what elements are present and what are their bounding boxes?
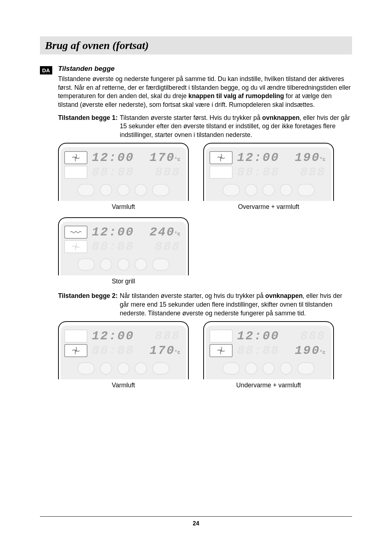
panel-controls xyxy=(206,359,331,379)
fan-icon xyxy=(64,151,87,164)
control-button xyxy=(100,184,112,196)
control-button xyxy=(100,362,112,375)
control-button xyxy=(135,362,147,375)
panel-controls xyxy=(61,359,186,379)
control-button xyxy=(135,184,147,196)
control-button xyxy=(280,184,292,196)
control-button xyxy=(222,184,240,196)
fan-icon xyxy=(209,344,233,357)
time-display: 12:00 xyxy=(92,225,134,239)
mode-slot-empty xyxy=(209,330,233,343)
temp-display: 170°c xyxy=(150,151,180,165)
control-button xyxy=(280,362,292,375)
control-button xyxy=(77,362,95,375)
control-button xyxy=(100,258,112,271)
time-display: 12:00 xyxy=(237,329,279,343)
temp-display-ghost: 888 xyxy=(300,329,326,343)
mode1-label: Tilstanden begge 1: xyxy=(58,114,118,140)
display-panel: 12:00 240°c 88:88 888 xyxy=(58,217,189,275)
panel-col: 12:00 888 88:88 190°c xyxy=(203,321,334,389)
mode-slot-empty xyxy=(209,166,233,179)
temp-display: 190°c xyxy=(295,151,326,165)
time-display-ghost: 88:88 xyxy=(237,165,279,179)
panel-controls xyxy=(61,255,186,275)
control-button xyxy=(222,362,240,375)
display-panel: 12:00 170°c 88:88 888 xyxy=(58,143,189,201)
panel-caption: Undervarme + varmluft xyxy=(236,382,301,389)
mode2-block: Tilstanden begge 2: Når tilstanden øvers… xyxy=(58,292,352,318)
panel-row-3: 12:00 888 88:88 170°c xyxy=(58,321,352,389)
control-button xyxy=(152,184,170,196)
control-button xyxy=(297,184,315,196)
fan-icon xyxy=(64,344,87,357)
page-title: Brug af ovnen (fortsat) xyxy=(45,39,347,52)
control-button xyxy=(262,362,275,375)
temp-display: 170°c xyxy=(150,344,180,358)
panel-col: 12:00 240°c 88:88 888 xyxy=(58,217,189,285)
temp-display: 240°c xyxy=(150,225,180,239)
mode2-label: Tilstanden begge 2: xyxy=(58,292,118,318)
language-tag: DA xyxy=(40,66,52,74)
panel-controls xyxy=(61,181,186,201)
time-display: 12:00 xyxy=(92,329,134,343)
mode2-text: Når tilstanden øverste starter, og hvis … xyxy=(120,292,352,318)
fan-icon xyxy=(209,151,233,164)
control-button xyxy=(152,258,170,271)
mode-slot-empty xyxy=(64,330,87,343)
control-button xyxy=(77,184,95,196)
panel-col: 12:00 888 88:88 170°c xyxy=(58,321,189,389)
temp-display: 190°c xyxy=(295,344,326,358)
content-area: Tilstanden begge Tilstandene øverste og … xyxy=(58,65,352,389)
intro-paragraph: Tilstandene øverste og nederste fungerer… xyxy=(58,75,352,109)
control-button xyxy=(117,362,130,375)
panel-row-2: 12:00 240°c 88:88 888 xyxy=(58,217,352,285)
display-panel: 12:00 888 88:88 190°c xyxy=(203,321,334,379)
control-button xyxy=(117,258,130,271)
grill-icon xyxy=(64,226,87,239)
control-button xyxy=(245,184,257,196)
panel-row-1: 12:00 170°c 88:88 888 xyxy=(58,143,352,211)
panel-col: 12:00 190°c 88:88 888 xyxy=(203,143,334,211)
display-panel: 12:00 190°c 88:88 888 xyxy=(203,143,334,201)
page-footer: 24 xyxy=(40,516,352,527)
panel-caption: Varmluft xyxy=(112,203,135,211)
mode1-text: Tilstanden øverste starter først. Hvis d… xyxy=(120,114,352,140)
control-button xyxy=(77,258,95,271)
time-display: 12:00 xyxy=(237,151,279,165)
time-display: 12:00 xyxy=(92,151,134,165)
panel-caption: Stor grill xyxy=(112,278,135,285)
control-button xyxy=(245,362,257,375)
mode1-block: Tilstanden begge 1: Tilstanden øverste s… xyxy=(58,114,352,140)
panel-col: 12:00 170°c 88:88 888 xyxy=(58,143,189,211)
time-display-ghost: 88:88 xyxy=(92,344,134,358)
control-button xyxy=(152,362,170,375)
control-button xyxy=(135,258,147,271)
header-band: Brug af ovnen (fortsat) xyxy=(40,36,352,54)
time-display-ghost: 88:88 xyxy=(237,344,279,358)
time-display-ghost: 88:88 xyxy=(92,165,134,179)
section-title: Tilstanden begge xyxy=(58,65,352,73)
display-panel: 12:00 888 88:88 170°c xyxy=(58,321,189,379)
fan-icon xyxy=(64,240,87,253)
time-display-ghost: 88:88 xyxy=(92,240,134,254)
control-button xyxy=(262,184,275,196)
temp-display-ghost: 888 xyxy=(300,165,326,179)
temp-display-ghost: 888 xyxy=(155,329,180,343)
mode-slot-empty xyxy=(64,166,87,179)
panel-controls xyxy=(206,181,331,201)
control-button xyxy=(117,184,130,196)
page-number: 24 xyxy=(193,520,199,526)
temp-display-ghost: 888 xyxy=(155,240,180,254)
panel-caption: Overvarme + varmluft xyxy=(238,203,299,211)
panel-caption: Varmluft xyxy=(112,382,135,389)
temp-display-ghost: 888 xyxy=(155,165,180,179)
control-button xyxy=(297,362,315,375)
